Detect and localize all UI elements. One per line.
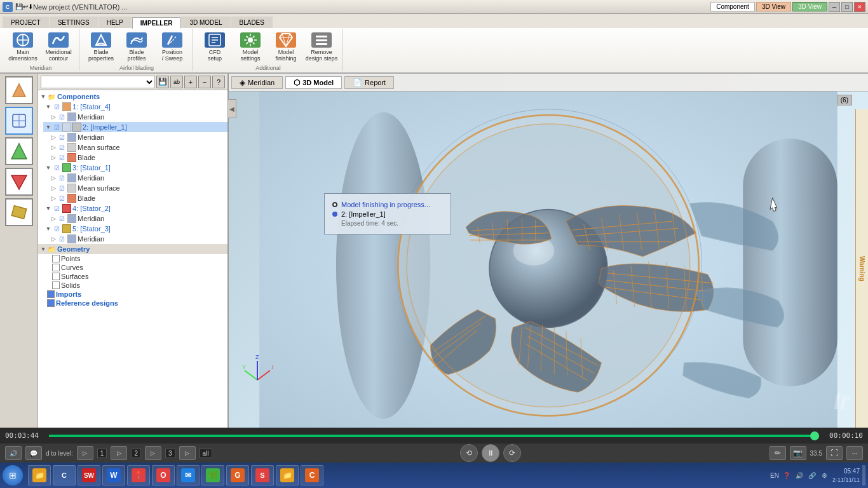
play-pause-btn[interactable]: ⏸: [482, 444, 499, 462]
tab-help[interactable]: HELP: [98, 17, 132, 28]
tree-impeller1[interactable]: ▼ ☑ 2: [Impeller_1]: [43, 122, 227, 132]
timeline-thumb[interactable]: [810, 431, 819, 440]
surfaces-checkbox[interactable]: [52, 273, 60, 280]
quick-access-btn1[interactable]: 💾: [15, 3, 23, 10]
tree-add-btn[interactable]: +: [184, 76, 197, 88]
blade-profiles-button[interactable]: Blade profiles: [120, 30, 153, 64]
tree-stator4[interactable]: ▼ ☑ 1: [Stator_4]: [43, 102, 227, 112]
shape-impeller[interactable]: [5, 107, 33, 135]
meridional-contour-button[interactable]: Meridional contour: [42, 30, 75, 64]
screenshot-btn[interactable]: 📷: [790, 446, 806, 460]
refdesigns-checkbox[interactable]: [47, 299, 55, 307]
start-button[interactable]: ⊞: [3, 465, 23, 485]
tray-settings-icon[interactable]: ⚙: [820, 470, 830, 480]
tree-stator3[interactable]: ▼ ☑ 5: [Stator_3]: [43, 224, 227, 234]
tree-stator3-meridian[interactable]: ▷ ☑ Meridian: [48, 234, 227, 244]
timeline-track[interactable]: [49, 435, 819, 437]
tree-geometry-solids[interactable]: Solids: [43, 281, 227, 290]
tree-impeller1-blade[interactable]: ▷ ☑ Blade: [48, 152, 227, 163]
more-btn[interactable]: ···: [846, 446, 863, 460]
tree-impeller1-meridian[interactable]: ▷ ☑ Meridian: [48, 132, 227, 142]
tree-help-btn[interactable]: ?: [212, 76, 225, 88]
main-dimensions-button[interactable]: Main dimensions: [6, 30, 39, 64]
panel-collapse-button[interactable]: ◀: [227, 99, 236, 118]
shape-stator3[interactable]: [5, 198, 33, 226]
fullscreen-btn[interactable]: ⛶: [826, 446, 843, 460]
tab-component[interactable]: Component: [710, 2, 755, 11]
vp-tab-meridian[interactable]: ◈ Meridian: [231, 76, 283, 89]
taskbar-chrome-btn[interactable]: G: [226, 465, 249, 485]
minimize-button[interactable]: ─: [829, 2, 840, 12]
quick-access-btn2[interactable]: ↩: [23, 3, 28, 10]
shape-stator4[interactable]: [5, 76, 33, 104]
taskbar-app3-btn[interactable]: 🌿: [201, 465, 224, 485]
blade-properties-button[interactable]: Blade properties: [85, 30, 118, 64]
solids-checkbox[interactable]: [52, 281, 60, 289]
tree-components-root[interactable]: ▼ 📁 Components: [38, 92, 227, 102]
tree-reference-designs[interactable]: Reference designs: [38, 299, 227, 308]
tree-stator4-meridian[interactable]: ▷ ☑ Meridian: [48, 112, 227, 122]
model-finishing-button[interactable]: Model finishing: [269, 30, 302, 64]
vp-tab-report[interactable]: 📄 Report: [344, 76, 394, 89]
tab-project[interactable]: PROJECT: [3, 17, 49, 28]
cfd-setup-button[interactable]: CFD setup: [198, 30, 231, 64]
tab-impeller[interactable]: IMPELLER: [132, 17, 181, 29]
tree-stator1-meridian[interactable]: ▷ ☑ Meridian: [48, 173, 227, 183]
tray-help-icon[interactable]: ❓: [782, 470, 792, 480]
taskbar-app5-btn[interactable]: C: [301, 465, 323, 485]
tab-3dview-1[interactable]: 3D View: [756, 2, 791, 11]
taskbar-mail-btn[interactable]: ✉: [177, 465, 200, 485]
taskbar-word-btn[interactable]: W: [102, 465, 125, 485]
points-checkbox[interactable]: [52, 255, 60, 262]
show-desktop-btn[interactable]: [862, 465, 865, 485]
tree-impeller1-meansurface[interactable]: ▷ ☑ Mean surface: [48, 142, 227, 152]
quick-access-btn3[interactable]: ⬇: [28, 3, 33, 10]
tab-settings[interactable]: SETTINGS: [50, 17, 98, 28]
vp-tab-3dmodel[interactable]: ⬡ 3D Model: [285, 76, 342, 89]
taskbar-sw-btn[interactable]: SW: [78, 465, 100, 485]
rewind-10-btn[interactable]: ⟲: [460, 444, 478, 462]
position-sweep-button[interactable]: Position / Sweep: [156, 30, 189, 64]
tree-label-btn[interactable]: ab: [170, 76, 183, 88]
curves-checkbox[interactable]: [52, 264, 60, 271]
audio-btn[interactable]: 🔊: [5, 446, 22, 460]
tree-geometry-curves[interactable]: Curves: [43, 263, 227, 272]
tab-3dview-2[interactable]: 3D View: [792, 2, 827, 11]
taskbar-folder-btn[interactable]: 📁: [276, 465, 299, 485]
taskbar-app4-btn[interactable]: S: [251, 465, 274, 485]
taskbar-opera-btn[interactable]: O: [152, 465, 175, 485]
tree-save-btn[interactable]: 💾: [156, 76, 169, 88]
tab-blades[interactable]: BLADES: [231, 17, 273, 28]
tray-audio-icon[interactable]: 🔊: [794, 470, 804, 480]
level-2-arrow-btn[interactable]: ▷: [111, 446, 127, 460]
tree-stator1[interactable]: ▼ ☑ 3: [Stator_1]: [43, 163, 227, 173]
imports-checkbox[interactable]: [47, 290, 55, 298]
tree-imports[interactable]: Imports: [38, 290, 227, 299]
tray-network-icon[interactable]: 🔗: [807, 470, 817, 480]
tree-remove-btn[interactable]: −: [198, 76, 211, 88]
level-all-btn[interactable]: ▷: [179, 446, 196, 460]
tree-geometry-points[interactable]: Points: [43, 254, 227, 263]
chat-btn[interactable]: 💬: [25, 446, 42, 460]
tab-3dmodel[interactable]: 3D MODEL: [181, 17, 230, 28]
state-selector[interactable]: <recent state>: [41, 76, 155, 88]
model-settings-button[interactable]: Model settings: [234, 30, 267, 64]
3d-viewport[interactable]: ◈ Meridian ⬡ 3D Model 📄 Report: [229, 74, 868, 428]
shape-stator1[interactable]: [5, 137, 33, 165]
taskbar-app1-btn[interactable]: C: [53, 465, 76, 485]
level-arrow-btn[interactable]: ▷: [77, 446, 93, 460]
tree-geometry-section[interactable]: ▼ 📁 Geometry: [38, 244, 227, 254]
maximize-button[interactable]: □: [841, 2, 853, 12]
taskbar-explorer-btn[interactable]: 📁: [28, 465, 51, 485]
level-3-arrow-btn[interactable]: ▷: [145, 446, 161, 460]
tree-stator1-meansurface[interactable]: ▷ ☑ Mean surface: [48, 183, 227, 193]
shape-stator2[interactable]: [5, 168, 33, 196]
tree-geometry-surfaces[interactable]: Surfaces: [43, 272, 227, 281]
tree-stator1-blade[interactable]: ▷ ☑ Blade: [48, 193, 227, 203]
tree-stator2[interactable]: ▼ ☑ 4: [Stator_2]: [43, 203, 227, 214]
pencil-btn[interactable]: ✏: [770, 446, 786, 460]
forward-10-btn[interactable]: ⟳: [503, 444, 521, 462]
tree-stator2-meridian[interactable]: ▷ ☑ Meridian: [48, 214, 227, 224]
taskbar-app2-btn[interactable]: 📍: [127, 465, 150, 485]
close-button[interactable]: ✕: [854, 2, 865, 12]
